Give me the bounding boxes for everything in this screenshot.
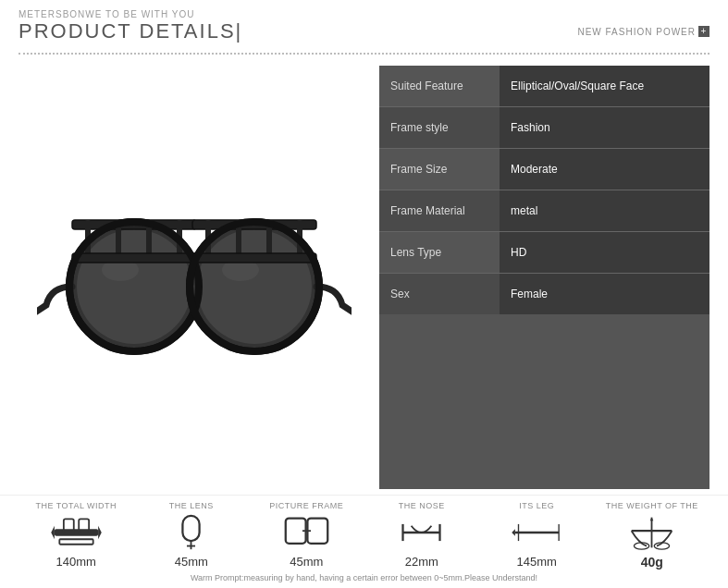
- measurement-value-lens: 45mm: [175, 555, 208, 569]
- measurement-icon-leg: [509, 512, 564, 553]
- feature-label-5: Sex: [379, 280, 500, 308]
- measurement-icon-picture-frame: [278, 512, 334, 553]
- header-subtitle: METERSBONWE TO BE WITH YOU: [19, 9, 709, 19]
- warm-prompt: Warm Prompt:measuring by hand, having a …: [19, 570, 709, 584]
- measurement-label-weight: THE WEIGHT OF THE: [606, 501, 698, 510]
- feature-value-3: metal: [500, 190, 709, 231]
- svg-marker-23: [98, 526, 102, 540]
- feature-table: Suited FeatureElliptical/Oval/Square Fac…: [379, 66, 709, 489]
- feature-row-2: Frame SizeModerate: [379, 149, 709, 190]
- feature-row-4: Lens TypeHD: [379, 232, 709, 274]
- svg-rect-26: [59, 539, 93, 544]
- measurement-value-total-width: 140mm: [56, 555, 96, 569]
- feature-row-3: Frame Materialmetal: [379, 190, 709, 232]
- measurement-value-nose: 22mm: [405, 555, 438, 569]
- feature-label-3: Frame Material: [379, 197, 500, 225]
- feature-row-5: SexFemale: [379, 274, 709, 314]
- measurement-item-total-width: THE TOTAL WIDTH140mm: [19, 501, 134, 569]
- feature-label-4: Lens Type: [379, 239, 500, 266]
- feature-row-1: Frame styleFashion: [379, 107, 709, 149]
- page-title: PRODUCT DETAILS|: [19, 19, 242, 43]
- svg-marker-22: [51, 526, 55, 540]
- feature-value-5: Female: [500, 274, 709, 314]
- measurement-icon-lens: [164, 512, 219, 553]
- feature-value-4: HD: [500, 232, 709, 273]
- measurement-icon-weight: [624, 512, 680, 553]
- svg-rect-18: [192, 253, 316, 263]
- feature-label-1: Frame style: [379, 114, 500, 141]
- measurement-item-leg: ITS LEG145mm: [479, 501, 595, 569]
- measurement-label-lens: THE LENS: [169, 501, 214, 510]
- sunglasses-illustration: [37, 157, 352, 398]
- feature-value-0: Elliptical/Oval/Square Face: [500, 66, 709, 106]
- feature-label-2: Frame Size: [379, 155, 500, 183]
- feature-value-2: Moderate: [500, 149, 709, 190]
- divider: [19, 53, 709, 55]
- feature-value-1: Fashion: [500, 107, 709, 148]
- header-right: NEW FASHION POWER +: [577, 26, 709, 37]
- svg-rect-21: [55, 529, 98, 535]
- measurement-item-picture-frame: PICTURE FRAME45mm: [249, 501, 364, 569]
- page-wrapper: METERSBONWE TO BE WITH YOU PRODUCT DETAI…: [0, 0, 728, 588]
- header-title-row: PRODUCT DETAILS| NEW FASHION POWER +: [19, 19, 709, 43]
- measurement-icon-total-width: [48, 512, 104, 553]
- svg-rect-12: [72, 253, 196, 263]
- measurement-item-weight: THE WEIGHT OF THE40g: [595, 501, 710, 570]
- svg-marker-42: [650, 518, 654, 521]
- measurement-label-total-width: THE TOTAL WIDTH: [35, 501, 117, 510]
- measurements-section: THE TOTAL WIDTH140mmTHE LENS45mmPICTURE …: [0, 495, 728, 588]
- product-image-area: [19, 66, 370, 489]
- measurement-label-picture-frame: PICTURE FRAME: [269, 501, 343, 510]
- measurement-value-weight: 40g: [641, 555, 663, 570]
- feature-row-0: Suited FeatureElliptical/Oval/Square Fac…: [379, 66, 709, 107]
- measurement-item-nose: THE NOSE22mm: [364, 501, 480, 569]
- measurement-icon-nose: [394, 512, 450, 553]
- svg-point-4: [197, 229, 312, 344]
- svg-marker-37: [512, 529, 515, 535]
- measurement-value-picture-frame: 45mm: [290, 555, 323, 569]
- svg-rect-27: [183, 516, 200, 541]
- feature-label-0: Suited Feature: [379, 72, 500, 100]
- measurement-label-leg: ITS LEG: [519, 501, 554, 510]
- header: METERSBONWE TO BE WITH YOU PRODUCT DETAI…: [0, 0, 728, 49]
- measurement-label-nose: THE NOSE: [399, 501, 445, 510]
- measurement-item-lens: THE LENS45mm: [134, 501, 250, 569]
- measurement-value-leg: 145mm: [517, 555, 557, 569]
- main-content: Suited FeatureElliptical/Oval/Square Fac…: [0, 60, 728, 495]
- plus-icon: +: [698, 26, 709, 37]
- svg-point-1: [77, 229, 191, 344]
- measurements-row: THE TOTAL WIDTH140mmTHE LENS45mmPICTURE …: [19, 501, 709, 570]
